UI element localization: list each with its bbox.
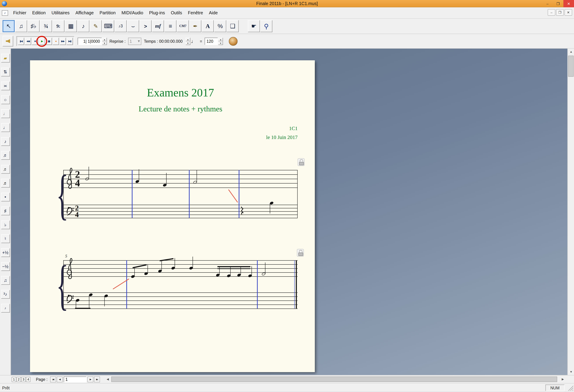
barline[interactable] bbox=[296, 260, 297, 309]
page-number-input[interactable] bbox=[63, 376, 86, 382]
title-bar[interactable]: Finale 2011b - [LN+R 1C1.mus] –❐✕ bbox=[0, 0, 574, 7]
playback-play-button[interactable]: ▶ bbox=[39, 37, 45, 45]
half-step-down-button[interactable]: −½ bbox=[1, 262, 10, 271]
restore-button[interactable]: ❐ bbox=[553, 0, 563, 7]
menu-affichage[interactable]: Affichage bbox=[72, 9, 97, 17]
menu-midi-audio[interactable]: MIDI/Audio bbox=[119, 9, 146, 17]
key-signature-tool-button[interactable]: ♯♭ bbox=[27, 20, 40, 32]
menu-edition[interactable]: Edition bbox=[29, 9, 49, 17]
simple-entry-tool-button[interactable]: ♪ bbox=[77, 20, 89, 32]
barline[interactable] bbox=[294, 260, 295, 309]
note-spin-up-icon[interactable]: ▲ bbox=[185, 37, 190, 41]
text-tool-button[interactable]: A bbox=[202, 20, 214, 32]
horizontal-scrollbar[interactable]: ◀ ▶ bbox=[105, 376, 566, 382]
audio-knob-button[interactable] bbox=[229, 37, 238, 45]
first-page-button[interactable]: |◀ bbox=[50, 376, 56, 382]
vertical-scroll-thumb[interactable] bbox=[568, 56, 574, 77]
prev-page-button[interactable]: ◀ bbox=[57, 376, 63, 382]
tempo-spin-up-icon[interactable]: ▲ bbox=[218, 37, 223, 41]
score-canvas[interactable]: Examens 2017 Lecture de notes + rythmes … bbox=[11, 49, 567, 375]
eighth-note-button[interactable]: ♪ bbox=[1, 137, 10, 146]
next-page-button[interactable]: ▶ bbox=[87, 376, 93, 382]
tempo-field[interactable]: 120 bbox=[205, 37, 218, 45]
close-button[interactable]: ✕ bbox=[563, 0, 574, 7]
augmentation-dot-button[interactable]: • bbox=[1, 193, 10, 201]
selection-tool-button[interactable]: ↖ bbox=[3, 20, 15, 32]
menu-aide[interactable]: Aide bbox=[206, 9, 221, 17]
thirty-second-note-button[interactable]: ♬ bbox=[1, 165, 10, 173]
playback-end-button[interactable]: ▶▮ bbox=[67, 37, 73, 45]
scroll-left-icon[interactable]: ◀ bbox=[105, 376, 111, 382]
playback-rewind-button[interactable]: ◀◀ bbox=[25, 37, 31, 45]
last-page-button[interactable]: ▶| bbox=[94, 376, 100, 382]
sixteenth-note-button[interactable]: ♬ bbox=[1, 151, 10, 160]
half-step-up-button[interactable]: +½ bbox=[1, 248, 10, 257]
tempo-spin-down-icon[interactable]: ▼ bbox=[218, 41, 223, 45]
nudge-button[interactable]: ⇅ bbox=[1, 68, 10, 76]
tempo-note-spinner[interactable]: ▲ ▼ bbox=[185, 37, 190, 45]
tuplet-definition-button[interactable]: ³♪ bbox=[1, 290, 10, 299]
sixty-fourth-note-button[interactable]: ♬ bbox=[1, 179, 10, 187]
flat-button[interactable]: ♭ bbox=[1, 220, 10, 229]
tempo-spinner[interactable]: ▲ ▼ bbox=[218, 37, 223, 45]
menu-partition[interactable]: Partition bbox=[97, 9, 119, 17]
hand-grabber-tool-button[interactable]: ☛ bbox=[248, 20, 260, 32]
position-counter[interactable]: 1| 1|0000 bbox=[78, 37, 102, 45]
smart-shape-tool-button[interactable]: ⌣ bbox=[127, 20, 139, 32]
mdi-close-button[interactable]: ✕ bbox=[564, 9, 572, 16]
page-box-3[interactable]: 3 bbox=[21, 377, 26, 382]
mdi-restore-button[interactable]: ❐ bbox=[556, 9, 564, 16]
repitch-button[interactable]: ≍ bbox=[1, 81, 10, 90]
grace-note-button[interactable]: ♪ bbox=[1, 304, 10, 313]
zoom-tool-button[interactable]: ⚲ bbox=[260, 20, 272, 32]
barline[interactable] bbox=[126, 260, 127, 309]
page-box-2[interactable]: 2 bbox=[16, 377, 21, 382]
scroll-right-icon[interactable]: ▶ bbox=[560, 376, 566, 382]
horizontal-scroll-thumb[interactable] bbox=[111, 376, 557, 382]
barline[interactable] bbox=[63, 260, 64, 309]
score-page[interactable]: Examens 2017 Lecture de notes + rythmes … bbox=[30, 60, 315, 372]
time-signature-tool-button[interactable]: ¾ bbox=[40, 20, 52, 32]
hyperscribe-tool-button[interactable]: ⌨ bbox=[102, 20, 114, 32]
scroll-down-icon[interactable]: ▼ bbox=[568, 369, 574, 375]
page-layout-tool-button[interactable]: ❑ bbox=[227, 20, 239, 32]
scroll-up-icon[interactable]: ▲ bbox=[568, 49, 574, 55]
spin-up-icon[interactable]: ▲ bbox=[102, 37, 107, 41]
menu-fichier[interactable]: Fichier bbox=[10, 9, 29, 17]
expression-tool-button[interactable]: mf bbox=[152, 20, 164, 32]
graphics-tool-button[interactable]: ✒ bbox=[189, 20, 201, 32]
playback-settings-button[interactable] bbox=[3, 36, 13, 46]
mdi-minimize-button[interactable]: – bbox=[548, 9, 555, 16]
lyrics-tool-button[interactable]: ≡ bbox=[164, 20, 176, 32]
playback-pause-button[interactable]: ▮▮ bbox=[46, 37, 52, 45]
spin-down-icon[interactable]: ▼ bbox=[102, 41, 107, 45]
half-note-button[interactable]: ♩ bbox=[1, 109, 10, 118]
menu-utilitaires[interactable]: Utilitaires bbox=[49, 9, 72, 17]
playback-record-button[interactable]: ● bbox=[53, 37, 59, 45]
reprise-dropdown[interactable]: 1 ▾ bbox=[128, 37, 141, 45]
clef-tool-button[interactable]: 9: bbox=[52, 20, 64, 32]
interval-button[interactable]: ♫ bbox=[1, 276, 10, 285]
tuplet-tool-button[interactable]: ♪3 bbox=[115, 20, 127, 32]
page-box-1[interactable]: 1 bbox=[12, 377, 16, 382]
natural-button[interactable]: ♮ bbox=[1, 234, 10, 243]
menu-fen-tre[interactable]: Fenêtre bbox=[185, 9, 206, 17]
playback-stop-button[interactable]: ■ bbox=[32, 37, 38, 45]
staff-tool-button[interactable]: ♫ bbox=[15, 20, 27, 32]
vertical-scrollbar[interactable]: ▲ ▼ bbox=[567, 49, 574, 375]
chord-tool-button[interactable]: CM7 bbox=[177, 20, 189, 32]
speedy-entry-tool-button[interactable]: ✎ bbox=[90, 20, 102, 32]
sharp-button[interactable]: ♯ bbox=[1, 206, 10, 215]
quarter-note-button[interactable]: ♩ bbox=[1, 123, 10, 132]
counter-spinner[interactable]: ▲ ▼ bbox=[102, 37, 107, 45]
playback-begin-button[interactable]: ▮◀ bbox=[18, 37, 24, 45]
note-spin-down-icon[interactable]: ▼ bbox=[185, 41, 190, 45]
minimize-button[interactable]: – bbox=[542, 0, 553, 7]
whole-note-button[interactable]: ○ bbox=[1, 95, 10, 104]
playback-forward-button[interactable]: ▶▶ bbox=[60, 37, 66, 45]
articulation-tool-button[interactable]: > bbox=[140, 20, 152, 32]
menu-outils[interactable]: Outils bbox=[168, 9, 185, 17]
measure-tool-button[interactable]: ▦ bbox=[65, 20, 77, 32]
menu-plug-ins[interactable]: Plug-ins bbox=[146, 9, 168, 17]
eraser-button[interactable]: ▰ bbox=[1, 54, 10, 62]
